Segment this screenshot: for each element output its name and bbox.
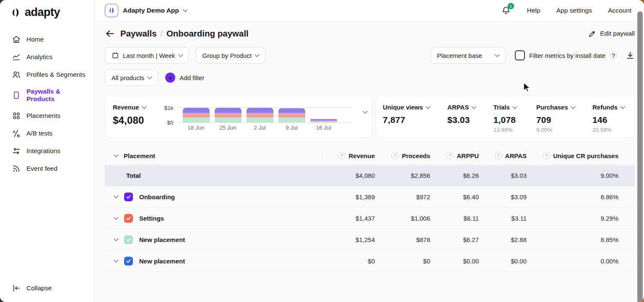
chevron-down-icon [363,109,367,113]
stacked-bar-chart: 18 Jun25 Jun2 Jul9 Jul16 Jul [178,107,352,123]
cell-value: $0.00 [479,258,527,265]
chevron-down-icon [512,104,517,109]
metric-trials: Trials 1,07813.69% [493,104,519,138]
chart-collapse-toggle[interactable] [364,107,367,115]
row-expand-icon[interactable] [114,193,118,198]
metric-value: $3.03 [447,115,475,125]
metric-dropdown[interactable]: ARPAS [447,104,475,111]
svg-text:B: B [17,134,20,138]
cell-value: 8.86% [527,193,635,200]
x-tick-label: 9 Jul [278,125,305,131]
date-range-dropdown[interactable]: Last month | Week [105,47,189,64]
cell-value: $972 [375,193,430,200]
metric-dropdown[interactable]: Trials [493,104,519,111]
pencil-icon [588,30,596,38]
chevron-down-icon [472,104,476,109]
bar-segment-product-b [247,113,273,117]
row-expand-icon[interactable] [114,258,118,262]
plus-icon: + [165,73,175,83]
app-settings-link[interactable]: App settings [556,7,592,14]
row-checkbox[interactable] [124,193,133,201]
sidebar-item-event-feed[interactable]: Event feed [0,160,94,177]
sidebar-item-label: Analytics [26,53,52,61]
bar-segment-product-a [215,117,242,122]
chart-metric-dropdown[interactable]: Revenue [113,104,146,111]
app-window: adapty Home Analytics Profiles & Segment… [0,0,644,302]
group-by-dropdown[interactable]: Group by Product [196,47,266,64]
home-icon [12,35,21,44]
sidebar-item-label: Profiles & Segments [26,71,85,78]
download-icon[interactable] [626,51,635,60]
column-placement: Placement [124,152,155,159]
chevron-down-icon [426,104,430,109]
install-date-checkbox[interactable] [515,50,525,60]
column-proceeds: ? Proceeds [375,149,430,162]
metric-dropdown[interactable]: Purchases [536,104,575,111]
sidebar-item-analytics[interactable]: Analytics [0,48,94,66]
help-circle-icon: ? [338,152,345,159]
back-arrow-icon[interactable] [105,29,115,39]
svg-text:A: A [13,130,16,134]
install-date-filter[interactable]: Filter metrics by install date ? [515,50,617,60]
metric-dropdown[interactable]: Unique views [383,104,430,111]
collapse-all-icon[interactable] [114,152,118,157]
profiles-icon [12,70,21,79]
metric-label: ARPAS [447,104,469,111]
row-checkbox[interactable] [124,214,133,223]
metric-sub-value: 20.59% [592,127,624,133]
edit-paywall-button[interactable]: Edit paywall [588,30,635,38]
sidebar-item-label: Home [26,36,44,43]
analytics-icon [12,52,21,62]
placement-base-label: Placement base [437,52,482,59]
help-link[interactable]: Help [527,7,540,14]
app-logo-badge [105,4,118,17]
total-value: $3.03 [479,172,527,179]
sidebar-item-label: Paywalls & Products [26,88,90,103]
install-date-label: Filter metrics by install date [529,52,605,59]
sidebar-item-profiles-segments[interactable]: Profiles & Segments [0,66,94,83]
account-link[interactable]: Account [608,7,631,14]
sidebar: adapty Home Analytics Profiles & Segment… [0,0,95,302]
breadcrumb-paywalls[interactable]: Paywalls [120,29,157,39]
products-dropdown[interactable]: All products [105,69,158,86]
sidebar-collapse-button[interactable]: Collapse [12,284,52,293]
sidebar-item-integrations[interactable]: Integrations [0,142,94,160]
breadcrumb-separator: / [161,29,163,38]
chevron-down-icon [620,104,625,109]
revenue-chart-card: Revenue $4,080 $1k $0 18 Jun25 Jun2 Jul9 [105,95,372,138]
logo-wordmark: adapty [25,6,60,19]
row-expand-icon[interactable] [114,236,118,241]
placement-base-dropdown[interactable]: Placement base [430,47,506,64]
metric-dropdown[interactable]: Refunds [592,104,624,111]
column-arpas: ? ARPAS [479,149,527,162]
metric-value: 146 [592,115,624,125]
row-checkbox[interactable] [124,235,133,244]
table-total-row: Total $4,080$2,856$6.26$3.039.00% [105,165,635,186]
bar-segment-product-c [247,108,273,113]
total-label: Total [105,172,322,179]
notifications-button[interactable]: 1 [501,5,511,16]
chart-metric-label: Revenue [113,104,139,111]
total-value: $4,080 [322,172,375,179]
add-filter-button[interactable]: + Add filter [165,73,204,83]
cell-value: $878 [375,236,430,243]
sidebar-item-a-b-tests[interactable]: AB A/B tests [0,125,94,142]
row-checkbox[interactable] [124,257,133,266]
vertical-scrollbar[interactable] [637,11,643,302]
chevron-down-icon [183,7,187,12]
sidebar-item-home[interactable]: Home [0,31,94,48]
app-selector[interactable]: Adapty Demo App [105,4,187,17]
cell-value: 0.00% [527,258,635,265]
bar-9-jul [278,108,305,122]
row-expand-icon[interactable] [114,215,118,219]
page-header: Paywalls / Onboarding paywall Edit paywa… [105,21,635,39]
notification-count-badge: 1 [508,3,514,9]
chevron-down-icon [571,104,575,109]
sidebar-item-paywalls-products[interactable]: Paywalls & Products [0,83,94,107]
page-title: Onboarding paywall [166,29,249,39]
sidebar-item-placements[interactable]: Placements [0,107,94,125]
metric-value: 1,078 [493,115,519,125]
help-circle-icon: ? [610,52,617,59]
chevron-down-icon [254,52,259,57]
y-tick-bottom: $0 [157,120,174,126]
